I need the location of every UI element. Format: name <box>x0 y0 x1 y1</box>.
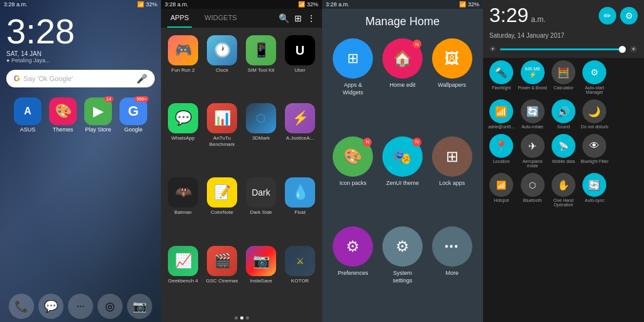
manage-home-edit[interactable]: 🏠 N Home edit <box>382 38 424 129</box>
search-icon[interactable]: 🔍 <box>279 13 289 23</box>
app-kotor[interactable]: ⚔ KOTOR <box>282 243 318 309</box>
qs-onehand[interactable]: ✋ One Hand Operation <box>549 173 578 207</box>
app-whatsapp[interactable]: 💬 WhatsApp <box>165 101 201 172</box>
qs-toggles-row3: 📍 Location ✈ Aeroplane mode 📡 Mobile dat… <box>483 131 644 170</box>
manage-wallpapers[interactable]: 🖼 Wallpapers <box>431 38 473 129</box>
qs-donotdisturb[interactable]: 🌙 Do not disturb <box>580 99 609 129</box>
manage-status-time: 3:28 a.m. <box>326 1 350 8</box>
qs-wifi[interactable]: 📶 adrie@unifi... <box>487 99 516 129</box>
lock-screen: 3:28 a.m. 📶 32% 3:28 SAT, 14 JAN ● Petal… <box>0 0 161 322</box>
lock-bottom-dock: 📞 💬 ⋯ ◎ 📷 <box>0 294 161 319</box>
manage-system-settings[interactable]: ⚙ Systemsettings <box>382 226 424 317</box>
app-antutu[interactable]: 📊 AnTuTu Benchmark <box>204 101 240 172</box>
qs-autorotate[interactable]: 🔄 Auto-rotate <box>518 99 547 129</box>
qs-location[interactable]: 📍 Location <box>487 134 516 168</box>
geekbench-icon: 📈 <box>168 246 198 276</box>
wallpapers-icon: 🖼 <box>445 50 460 67</box>
airplane-icon: ✈ <box>521 134 545 158</box>
qs-bluelight[interactable]: 👁 Bluelight Filter <box>580 134 609 168</box>
power-boost-sub: 945 MB <box>525 67 540 71</box>
app-3dmark[interactable]: ⬡ 3DMark <box>243 101 279 172</box>
app-batman[interactable]: 🦇 Batman <box>165 175 201 240</box>
qs-calculator[interactable]: 🧮 Calculator <box>549 60 578 94</box>
home-app-asus[interactable]: A ASUS <box>14 97 42 133</box>
app-justice[interactable]: ⚡ A.JusticeA... <box>282 101 318 172</box>
themes-icon: 🎨 <box>49 97 77 125</box>
manage-more[interactable]: ••• More <box>431 226 473 317</box>
onehand-label: One Hand Operation <box>549 198 578 207</box>
system-settings-label: Systemsettings <box>392 270 412 284</box>
qs-autostart[interactable]: ⚙ Auto-start Manager <box>580 60 609 94</box>
preferences-icon: ⚙ <box>346 238 360 255</box>
phone-dock-icon[interactable]: 📞 <box>9 294 34 319</box>
zenui-badge: N <box>413 138 421 147</box>
messenger-dock-icon[interactable]: 💬 <box>38 294 64 319</box>
app-sim[interactable]: 📱 SIM Tool Kit <box>243 33 279 98</box>
app-gsc[interactable]: 🎬 GSC Cinemas <box>204 243 240 309</box>
qs-flashlight[interactable]: 🔦 Flashlight <box>487 60 516 94</box>
app-clock[interactable]: 🕐 Clock <box>204 33 240 98</box>
qs-power-boost[interactable]: 945 MB ⚡ Power & Boost <box>518 60 547 94</box>
qs-airplane[interactable]: ✈ Aeroplane mode <box>518 134 547 168</box>
preferences-label: Preferences <box>338 270 369 277</box>
darkside-label: Dark Side <box>250 209 272 216</box>
manage-lock-apps[interactable]: ⊞ Lock apps <box>431 136 473 219</box>
qs-toggles-row1: 🔦 Flashlight 945 MB ⚡ Power & Boost 🧮 Ca… <box>483 58 644 97</box>
tab-widgets[interactable]: WIDGETS <box>201 9 240 28</box>
qs-mobiledata[interactable]: 📡 Mobile data <box>549 134 578 168</box>
app-geekbench[interactable]: 📈 Geekbench 4 <box>165 243 201 309</box>
bluelight-label: Bluelight Filter <box>580 159 608 164</box>
lock-status-time: 3:28 a.m. <box>4 1 28 8</box>
grid-icon[interactable]: ⊞ <box>294 13 302 23</box>
qs-autosync[interactable]: 🔄 Auto-sync <box>580 173 609 207</box>
brightness-slider[interactable] <box>500 48 626 50</box>
manage-battery: 32% <box>468 1 479 8</box>
donotdisturb-label: Do not disturb <box>581 125 609 129</box>
home-app-playstore[interactable]: ▶ 14 Play Store <box>84 97 112 133</box>
autosync-icon: 🔄 <box>582 173 606 197</box>
home-app-themes[interactable]: 🎨 Themes <box>49 97 77 133</box>
microphone-icon[interactable]: 🎤 <box>136 74 147 84</box>
asus-label: ASUS <box>20 126 36 133</box>
icon-packs-icon: 🎨 <box>343 148 362 165</box>
camera-dock-icon[interactable]: 📷 <box>127 294 152 319</box>
home-app-google[interactable]: G 999+ Google <box>119 97 147 133</box>
hotspot-icon: 📶 <box>489 173 513 197</box>
qs-hotspot[interactable]: 📶 Hotspot <box>487 173 516 207</box>
playstore-label: Play Store <box>85 126 111 133</box>
google-logo: G <box>14 74 19 83</box>
manage-zenui-theme[interactable]: 🎭 N ZenUI theme <box>382 136 424 219</box>
calculator-icon: 🧮 <box>552 60 575 84</box>
qs-settings-button[interactable]: ⚙ <box>620 7 638 25</box>
colornote-icon: 📝 <box>207 177 237 208</box>
google-search-bar[interactable]: G Say 'Ok Google' 🎤 <box>6 70 155 87</box>
wallpapers-label: Wallpapers <box>438 82 466 89</box>
tab-apps[interactable]: APPS <box>167 9 192 28</box>
instasave-label: InstaSave <box>250 278 272 284</box>
autostart-label: Auto-start Manager <box>580 86 609 94</box>
manage-status-bar: 3:28 a.m. 📶 32% <box>322 0 483 9</box>
more-icon[interactable]: ⋮ <box>307 13 316 23</box>
apps-dock-icon[interactable]: ⋯ <box>68 294 93 319</box>
manage-icon-packs[interactable]: 🎨 N Icon packs <box>332 136 374 219</box>
qs-bluetooth[interactable]: ⬡ Bluetooth <box>518 173 547 207</box>
app-colornote[interactable]: 📝 ColorNote <box>204 175 240 240</box>
sound-icon: 🔊 <box>552 99 575 123</box>
app-fluid[interactable]: 💧 Fluid <box>282 175 318 240</box>
qs-header: 3:29 a.m. ✏ ⚙ <box>483 0 644 31</box>
icon-packs-circle: 🎨 N <box>333 136 373 177</box>
app-instasave[interactable]: 📷 InstaSave <box>243 243 279 309</box>
app-uber[interactable]: U Uber <box>282 33 318 98</box>
manage-preferences[interactable]: ⚙ Preferences <box>332 226 374 317</box>
chrome-dock-icon[interactable]: ◎ <box>97 294 123 319</box>
qs-sound[interactable]: 🔊 Sound <box>549 99 578 129</box>
app-darkside[interactable]: Dark Dark Side <box>243 175 279 240</box>
app-funrun[interactable]: 🎮 Fun Run 2 <box>165 33 201 98</box>
whatsapp-label: WhatsApp <box>172 135 195 142</box>
qs-edit-button[interactable]: ✏ <box>599 7 616 25</box>
more-circle: ••• <box>432 226 472 267</box>
dot-3 <box>246 316 249 319</box>
lock-date: SAT, 14 JAN <box>6 50 155 57</box>
manage-apps-widgets[interactable]: ⊞ Apps &Widgets <box>332 38 374 129</box>
dot-2 <box>240 316 243 319</box>
